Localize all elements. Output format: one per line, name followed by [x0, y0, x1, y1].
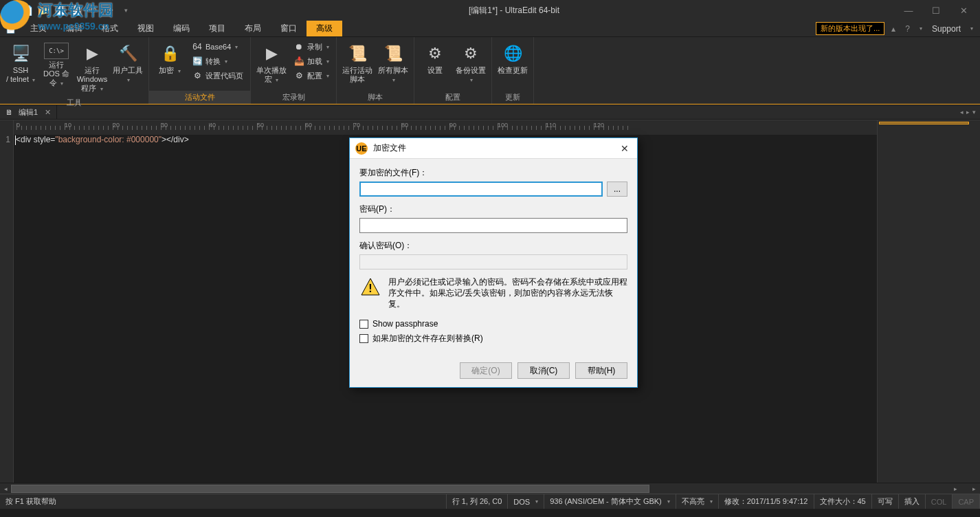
tab-scroll-left-icon[interactable]: ◂ [960, 109, 964, 116]
ribbon-button-small[interactable]: 64Base64▾ [189, 40, 246, 54]
ribbon-button-label: Base64 [205, 43, 231, 51]
save-icon[interactable]: 💾 [52, 3, 67, 18]
status-highlight[interactable]: 不高亮 [676, 494, 719, 509]
undo-icon[interactable]: ↶ [85, 3, 100, 18]
status-cap[interactable]: CAP [953, 494, 980, 509]
warning-text: 用户必须记住或记录输入的密码。密码不会存储在系统中或应用程序文件中。如果忘记/丢… [388, 276, 627, 309]
encrypt-dialog: UE 加密文件 ✕ 要加密的文件(F)： ... 密码(P)： 确认密码(O)：… [349, 138, 638, 388]
ribbon-button[interactable]: ⚙备份设置 ▾ [454, 40, 487, 87]
ribbon-group: 🔒加密 ▾64Base64▾🔄转换▾⚙设置代码页活动文件 [149, 37, 251, 104]
support-dropdown-icon[interactable]: ▾ [968, 25, 976, 32]
ribbon-button[interactable]: 🔨用户工具 ▾ [111, 40, 144, 87]
file-menu-icon[interactable]: 📄 [0, 21, 21, 36]
status-insert[interactable]: 插入 [899, 494, 926, 509]
ribbon-group-label: 宏录制 [251, 91, 336, 104]
support-link[interactable]: Support [929, 24, 964, 34]
line-number: 1 [0, 135, 10, 144]
ribbon-button-small[interactable]: 🔄转换▾ [189, 54, 246, 68]
tab-close-icon[interactable]: ✕ [43, 108, 52, 117]
menu-item[interactable]: 编码 [164, 21, 199, 36]
code-text: "background-color: #000000" [55, 135, 162, 144]
ribbon-button-small[interactable]: ⚙设置代码页 [189, 69, 246, 82]
status-col[interactable]: COL [926, 494, 953, 509]
replace-checkbox[interactable] [359, 334, 368, 343]
ribbon-button-label: 设置 [427, 66, 443, 75]
cancel-button[interactable]: 取消(C) [517, 362, 570, 379]
ribbon-button[interactable]: ▶单次播放宏 ▾ [255, 40, 288, 87]
terminal-icon: 🖥️ [10, 43, 32, 65]
menu-item[interactable]: 编辑 [56, 21, 92, 36]
ribbon-group: ▶单次播放宏 ▾⏺录制▾📥加载▾⚙配置▾宏录制 [251, 37, 337, 104]
status-position: 行 1, 列 26, C0 [447, 494, 509, 509]
update-notice[interactable]: 新的版本出现了... [816, 22, 884, 35]
minimize-button[interactable]: — [895, 0, 922, 21]
ribbon-button[interactable]: ⚙设置 [419, 40, 452, 78]
dialog-title: 加密文件 [373, 142, 618, 154]
ribbon-group: 🌐检查更新更新 [492, 37, 534, 104]
scroll-end-icon[interactable]: ▸ [961, 485, 980, 492]
ribbon-button[interactable]: ▶运行Windows 程序 ▾ [76, 40, 109, 96]
gear-icon: ⚙ [424, 43, 446, 65]
menu-item[interactable]: 项目 [199, 21, 235, 36]
redo-icon[interactable]: ↷ [102, 3, 117, 18]
convert-icon: 🔄 [192, 56, 203, 67]
expand-ribbon-icon[interactable]: ▴ [889, 24, 898, 34]
scroll-left-icon[interactable]: ◂ [0, 485, 11, 492]
minimap-viewport[interactable] [879, 122, 969, 124]
menu-item[interactable]: 高级 [307, 21, 342, 36]
ribbon-button-small[interactable]: 📥加载▾ [291, 54, 332, 68]
qat-dropdown-icon[interactable]: ▾ [118, 3, 133, 18]
maximize-button[interactable]: ☐ [922, 0, 950, 21]
menubar: 📄 主页编辑格式视图编码项目布局窗口高级 新的版本出现了... ▴ ? ▾ Su… [0, 21, 980, 37]
replace-label[interactable]: 如果加密的文件存在则替换(R) [372, 333, 483, 344]
menu-item[interactable]: 布局 [235, 21, 271, 36]
config-icon: ⚙ [293, 70, 304, 81]
tab-scroll-right-icon[interactable]: ▸ [966, 109, 970, 116]
ribbon-button[interactable]: C:\>运行DOS 命令 ▾ [40, 40, 73, 91]
minimap[interactable] [877, 135, 980, 483]
ribbon-button[interactable]: 🖥️SSH/ telnet ▾ [4, 40, 37, 87]
ok-button[interactable]: 确定(O) [460, 362, 512, 379]
password-field-label: 密码(P)： [359, 204, 627, 215]
menu-item[interactable]: 窗口 [271, 21, 307, 36]
status-encoding[interactable]: 936 (ANSI/OEM - 简体中文 GBK) [544, 494, 676, 509]
open-folder-icon[interactable]: 📂 [36, 3, 51, 18]
ribbon-button-label: 设置代码页 [205, 71, 243, 81]
scroll-thumb[interactable] [11, 485, 649, 493]
lock-icon: 🔒 [159, 43, 181, 65]
new-file-icon[interactable]: 📄 [19, 3, 34, 18]
menu-item[interactable]: 主页 [21, 21, 56, 36]
ribbon-button-label: 运行DOS 命令 ▾ [41, 60, 71, 88]
password-input[interactable] [359, 218, 627, 233]
ribbon-button-small[interactable]: ⚙配置▾ [291, 69, 332, 82]
confirm-password-input[interactable] [359, 254, 627, 270]
show-passphrase-label[interactable]: Show passphrase [372, 319, 438, 329]
status-lineend[interactable]: DOS [508, 494, 544, 509]
ribbon-button[interactable]: 🔒加密 ▾ [153, 40, 186, 78]
cmd-icon: C:\> [44, 43, 69, 59]
scroll-right-icon[interactable]: ▸ [950, 485, 961, 492]
ribbon-button[interactable]: 📜所有脚本 ▾ [377, 40, 410, 87]
window-title: [编辑1*] - UltraEdit 64-bit [133, 5, 895, 16]
save-all-icon[interactable]: 💾 [69, 3, 84, 18]
horizontal-scrollbar[interactable]: ◂ ▸ ▸ [0, 483, 980, 494]
file-input[interactable] [359, 182, 603, 197]
ribbon-group-label: 更新 [492, 91, 533, 104]
ribbon-button-label: 运行活动脚本 [342, 66, 372, 84]
help-dropdown-icon[interactable]: ▾ [917, 25, 925, 32]
status-readwrite[interactable]: 可写 [872, 494, 899, 509]
show-passphrase-checkbox[interactable] [359, 320, 368, 329]
dialog-close-icon[interactable]: ✕ [618, 143, 632, 154]
ribbon-button[interactable]: 📜运行活动脚本 [341, 40, 374, 87]
menu-item[interactable]: 视图 [128, 21, 164, 36]
document-tab[interactable]: 🗎 编辑1 ✕ [0, 105, 57, 119]
close-button[interactable]: ✕ [950, 0, 977, 21]
warning-icon: ! [359, 276, 381, 298]
tab-list-icon[interactable]: ▾ [972, 109, 976, 116]
help-icon[interactable]: ? [902, 24, 913, 34]
ribbon-button-small[interactable]: ⏺录制▾ [291, 40, 332, 54]
help-button[interactable]: 帮助(H) [575, 362, 627, 379]
browse-button[interactable]: ... [607, 182, 627, 197]
menu-item[interactable]: 格式 [92, 21, 128, 36]
ribbon-button[interactable]: 🌐检查更新 [496, 40, 529, 78]
